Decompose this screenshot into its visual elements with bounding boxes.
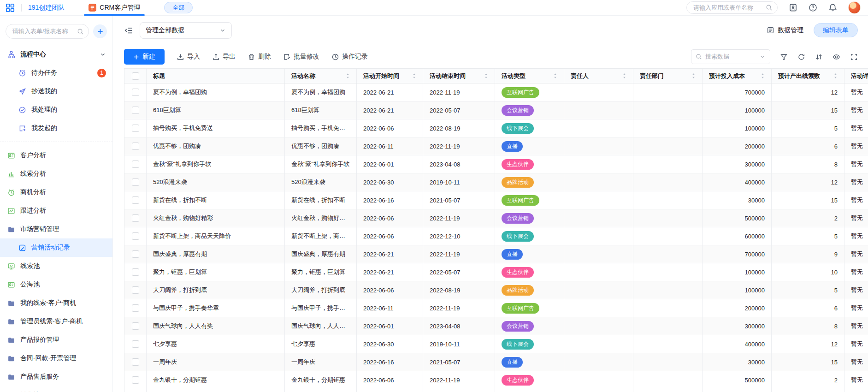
sidebar-item-我处理的[interactable]: 我处理的: [0, 101, 112, 119]
table-row[interactable]: 金九银十，分期钜惠金九银十，分期钜惠2022-06-062022-11-19生态…: [124, 371, 868, 389]
user-avatar[interactable]: [848, 1, 861, 14]
apps-grid-icon[interactable]: [6, 3, 15, 12]
table-row[interactable]: 大刀阔斧，打折到底大刀阔斧，打折到底2022-06-062022-08-19品牌…: [124, 281, 868, 299]
fullscreen-icon[interactable]: [850, 53, 858, 61]
row-checkbox[interactable]: [132, 89, 139, 96]
data-manage-button[interactable]: 数据管理: [767, 26, 803, 35]
data-search-input[interactable]: 搜索数据: [691, 49, 770, 64]
sidebar-item-销售绩效管理[interactable]: 销售绩效管理: [0, 386, 112, 392]
table-row[interactable]: 优惠不够，团购凑优惠不够，团购凑2022-06-112022-11-19直播20…: [124, 137, 868, 155]
column-header-owner[interactable]: 责任人: [564, 69, 633, 83]
table-row[interactable]: 与国庆甲子，携手奏华章与国庆甲子，携手奏华章2022-06-112022-11-…: [124, 299, 868, 317]
sidebar-item-线索分析[interactable]: 线索分析: [0, 165, 112, 183]
caret-sort-icon[interactable]: [553, 72, 557, 79]
column-header-start[interactable]: 活动开始时间: [357, 69, 423, 83]
column-header-detail[interactable]: 活动详情: [844, 69, 868, 83]
sidebar-item-产品售后服务[interactable]: 产品售后服务: [0, 368, 112, 386]
table-row[interactable]: 火红金秋，购物好精彩火红金秋，购物好精彩2022-06-062022-11-19…: [124, 209, 868, 227]
refresh-icon[interactable]: [797, 53, 805, 61]
filter-icon[interactable]: [780, 53, 788, 61]
sidebar-item-商机分析[interactable]: 商机分析: [0, 183, 112, 202]
help-icon[interactable]: [809, 3, 817, 12]
select-all-checkbox[interactable]: [132, 72, 139, 80]
table-row[interactable]: 新货不断上架，商品天天降价新货不断上架，商品天天降价2022-06-062022…: [124, 227, 868, 245]
team-name-link[interactable]: 191创建团队: [28, 4, 65, 12]
caret-sort-icon[interactable]: [833, 72, 838, 79]
row-checkbox[interactable]: [132, 232, 139, 240]
export-button[interactable]: 导出: [212, 53, 236, 61]
view-selector-dropdown[interactable]: 管理全部数据: [140, 22, 232, 39]
row-checkbox[interactable]: [132, 322, 139, 330]
row-checkbox[interactable]: [132, 340, 139, 348]
row-checkbox[interactable]: [132, 358, 139, 366]
table-row[interactable]: 聚力，钜惠，巨划算聚力，钜惠，巨划算2022-06-212022-05-07生态…: [124, 263, 868, 281]
form-search-input[interactable]: 请输入表单/报表名称: [6, 24, 89, 39]
sidebar-item-公海池[interactable]: 公海池: [0, 275, 112, 294]
sidebar-item-流程中心[interactable]: 流程中心: [0, 45, 112, 64]
sidebar-item-市场营销管理[interactable]: 市场营销管理: [0, 220, 112, 238]
row-checkbox[interactable]: [132, 268, 139, 276]
sidebar-item-我的线索-客户-商机[interactable]: 我的线索-客户-商机: [0, 294, 112, 312]
column-header-dept[interactable]: 责任部门: [633, 69, 703, 83]
table-row[interactable]: 夏不为例，幸福团购夏不为例，幸福团购2022-06-212022-11-19互联…: [124, 83, 868, 101]
scope-all-pill[interactable]: 全部: [164, 2, 193, 13]
new-record-button[interactable]: 新建: [124, 49, 165, 65]
caret-sort-icon[interactable]: [761, 72, 765, 79]
table-row[interactable]: 抽号购买，手机免费送抽号购买，手机免费送2022-06-062022-08-19…: [124, 119, 868, 137]
sidebar-item-营销活动记录[interactable]: 营销活动记录: [0, 238, 112, 257]
history-button[interactable]: 操作记录: [331, 53, 368, 61]
row-checkbox[interactable]: [132, 143, 139, 150]
sidebar-item-抄送我的[interactable]: 抄送我的: [0, 82, 112, 101]
trash-button[interactable]: 删除: [248, 53, 271, 61]
tab-crm-app[interactable]: CRM客户管理: [86, 0, 143, 16]
collapse-sidebar-icon[interactable]: [124, 26, 133, 35]
caret-sort-icon[interactable]: [691, 72, 696, 79]
eye-icon[interactable]: [833, 53, 840, 61]
table-row[interactable]: 一周年庆一周年庆2022-06-162021-05-07直播3000015暂无: [124, 353, 868, 371]
caret-sort-icon[interactable]: [622, 72, 626, 79]
row-checkbox[interactable]: [132, 178, 139, 186]
row-checkbox[interactable]: [132, 286, 139, 294]
row-checkbox[interactable]: [132, 376, 139, 384]
sort-icon[interactable]: [815, 53, 823, 61]
row-checkbox[interactable]: [132, 214, 139, 222]
sidebar-item-合同-回款-开票管理[interactable]: 合同-回款-开票管理: [0, 349, 112, 368]
column-header-type[interactable]: 活动类型: [495, 69, 564, 83]
sidebar-item-跟进分析[interactable]: 跟进分析: [0, 202, 112, 220]
row-checkbox[interactable]: [132, 160, 139, 168]
row-checkbox[interactable]: [132, 196, 139, 204]
cell-type: 品牌活动: [495, 173, 564, 191]
column-header-cost[interactable]: 预计投入成本: [703, 69, 772, 83]
table-row[interactable]: 国庆气球向，人人有奖国庆气球向，人人有奖2022-06-012023-04-08…: [124, 317, 868, 335]
edit-form-button[interactable]: 编辑表单: [814, 23, 858, 37]
row-checkbox[interactable]: [132, 107, 139, 114]
table-row[interactable]: 金秋"豪"礼拿到你手软金秋"豪"礼拿到你手软2022-06-012023-04-…: [124, 155, 868, 173]
table-row[interactable]: 520浪漫来袭520浪漫来袭2022-06-302019-10-11品牌活动40…: [124, 173, 868, 191]
caret-sort-icon[interactable]: [412, 72, 416, 79]
sidebar-item-管理员线索-客户-商机[interactable]: 管理员线索-客户-商机: [0, 312, 112, 331]
table-row[interactable]: 618巨划算618巨划算2022-06-212022-05-07会议营销1000…: [124, 101, 868, 119]
column-header-name[interactable]: 活动名称: [285, 69, 357, 83]
add-form-button[interactable]: [93, 24, 107, 38]
column-header-leads[interactable]: 预计产出线索数: [772, 69, 844, 83]
caret-sort-icon[interactable]: [484, 72, 488, 79]
sidebar-item-我发起的[interactable]: 我发起的: [0, 119, 112, 137]
bell-icon[interactable]: [828, 3, 837, 12]
table-row[interactable]: 国庆盛典，厚惠有期国庆盛典，厚惠有期2022-06-212022-11-19直播…: [124, 245, 868, 263]
global-search-input[interactable]: 请输入应用或表单名称: [686, 1, 778, 14]
sidebar-item-线索池[interactable]: 线索池: [0, 257, 112, 275]
import-button[interactable]: 导入: [177, 53, 200, 61]
sidebar-item-产品报价管理[interactable]: 产品报价管理: [0, 331, 112, 349]
table-row[interactable]: 七夕享惠七夕享惠2022-06-302019-10-11线下展会40000012…: [124, 335, 868, 353]
sidebar-item-待办任务[interactable]: 待办任务1: [0, 64, 112, 82]
column-header-end[interactable]: 活动结束时间: [423, 69, 495, 83]
batch-edit-button[interactable]: 批量修改: [283, 53, 319, 61]
sidebar-item-客户分析[interactable]: 客户分析: [0, 146, 112, 165]
caret-sort-icon[interactable]: [346, 72, 350, 79]
table-row[interactable]: 新货在线，折扣不断新货在线，折扣不断2022-06-162021-05-07互联…: [124, 191, 868, 209]
row-checkbox[interactable]: [132, 304, 139, 312]
row-checkbox[interactable]: [132, 125, 139, 132]
org-directory-icon[interactable]: [789, 3, 797, 12]
cell-title: 夏不为例，幸福团购: [147, 83, 285, 101]
row-checkbox[interactable]: [132, 250, 139, 258]
